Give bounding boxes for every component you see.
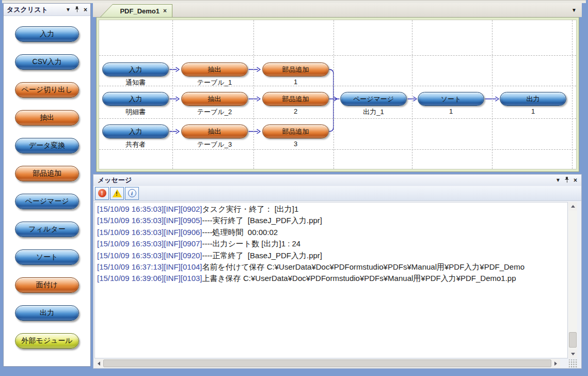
workflow-node-label: テーブル_1: [181, 78, 248, 87]
document-tabbar: PDF_Demo1 × ▼: [93, 3, 582, 17]
workflow-node-6[interactable]: 部品追加: [262, 92, 329, 106]
canvas-gridline: [172, 20, 173, 169]
scroll-right-button[interactable]: [551, 359, 560, 368]
task-button-9[interactable]: ソート: [15, 249, 79, 265]
log-line: [15/10/09 16:37:13][INF][0104]名前を付けて保存 C…: [97, 261, 565, 273]
log-line: [15/10/09 16:35:03][INF][0907]----出力シート数…: [97, 238, 565, 249]
app-window: タスクリスト ▼ × 入力CSV入力ページ切り出し抽出データ変換部品追加ページマ…: [0, 0, 588, 376]
resize-grip[interactable]: [569, 359, 577, 368]
workflow-node-label: テーブル_2: [181, 107, 248, 117]
workflow-node-label: 出力_1: [340, 107, 407, 117]
error-icon: !: [98, 189, 106, 197]
canvas-gridline: [99, 118, 576, 119]
message-filter-toolbar: ! ! i: [93, 186, 581, 201]
workflow-node-label: 共有者: [102, 140, 169, 149]
vertical-scroll-thumb[interactable]: [569, 332, 577, 348]
task-button-11[interactable]: 出力: [15, 305, 79, 321]
workflow-node-9[interactable]: 出力: [500, 92, 566, 106]
workflow-node-11[interactable]: 抽出: [181, 124, 248, 138]
workflow-node-label: 明細書: [102, 107, 169, 117]
log-line: [15/10/09 16:35:03][INF][0902]タスク実行・終了： …: [97, 203, 565, 215]
canvas-gridline: [99, 86, 576, 86]
task-button-5[interactable]: データ変換: [15, 138, 79, 153]
canvas-gridline: [99, 55, 576, 56]
tab-pdf-demo1[interactable]: PDF_Demo1 ×: [100, 4, 172, 17]
log-horizontal-scrollbar[interactable]: [94, 359, 560, 368]
workflow-node-8[interactable]: ソート: [418, 92, 484, 106]
tab-overflow-icon[interactable]: ▼: [571, 7, 577, 13]
canvas-gridline: [99, 149, 576, 150]
close-icon[interactable]: ×: [84, 7, 87, 12]
task-button-4[interactable]: 抽出: [15, 110, 79, 126]
workflow-node-7[interactable]: ページマージ: [340, 92, 407, 106]
log-vertical-scrollbar[interactable]: [568, 202, 577, 358]
canvas-gridline: [572, 20, 573, 169]
log-line: [15/10/09 16:35:03][INF][0920]----正常終了 […: [97, 250, 565, 261]
workflow-node-4[interactable]: 入力: [102, 92, 169, 106]
chevron-down-icon[interactable]: ▼: [555, 178, 561, 183]
workflow-node-label: テーブル_3: [181, 140, 248, 149]
log-line: [15/10/09 16:35:03][INF][0905]----実行終了 […: [97, 215, 565, 226]
task-button-8[interactable]: フィルター: [15, 222, 79, 237]
tab-close-icon[interactable]: ×: [163, 7, 167, 14]
message-title: メッセージ: [98, 176, 132, 185]
message-header: メッセージ ▼ ×: [93, 175, 581, 186]
horizontal-scroll-thumb[interactable]: [103, 359, 551, 367]
workflow-node-1[interactable]: 入力: [102, 62, 169, 76]
workflow-canvas[interactable]: 入力通知書抽出テーブル_1部品追加1入力明細書抽出テーブル_2部品追加2ページマ…: [99, 20, 577, 169]
tasklist-buttons: 入力CSV入力ページ切り出し抽出データ変換部品追加ページマージフィルターソート面…: [4, 17, 90, 361]
task-button-2[interactable]: CSV入力: [15, 54, 79, 70]
log-line: [15/10/09 16:35:03][INF][0906]----処理時間 0…: [97, 227, 565, 238]
tab-label: PDF_Demo1: [120, 7, 160, 15]
task-button-1[interactable]: 入力: [15, 26, 79, 42]
chevron-down-icon[interactable]: ▼: [66, 7, 71, 12]
canvas-gridline: [333, 20, 334, 169]
workflow-node-10[interactable]: 入力: [102, 124, 169, 138]
tasklist-title: タスクリスト: [7, 5, 48, 14]
workflow-canvas-frame: 入力通知書抽出テーブル_1部品追加1入力明細書抽出テーブル_2部品追加2ページマ…: [96, 17, 579, 172]
error-filter-button[interactable]: !: [95, 187, 109, 200]
message-log[interactable]: [15/10/09 16:35:03][INF][0902]タスク実行・終了： …: [94, 202, 568, 358]
canvas-gridline: [253, 20, 254, 169]
workflow-node-label: 通知書: [102, 78, 169, 87]
task-button-7[interactable]: ページマージ: [15, 194, 79, 209]
info-icon: i: [128, 189, 136, 197]
workflow-node-5[interactable]: 抽出: [181, 92, 248, 106]
workflow-node-3[interactable]: 部品追加: [262, 62, 329, 76]
canvas-gridline: [412, 20, 412, 169]
scroll-left-button[interactable]: [94, 359, 103, 368]
tasklist-panel: タスクリスト ▼ × 入力CSV入力ページ切り出し抽出データ変換部品追加ページマ…: [3, 3, 91, 367]
pin-icon[interactable]: [75, 6, 80, 13]
warning-icon: !: [113, 190, 122, 197]
workflow-node-label: 1: [262, 78, 329, 86]
workflow-node-12[interactable]: 部品追加: [262, 124, 329, 138]
task-button-10[interactable]: 面付け: [15, 277, 79, 293]
log-line: [15/10/09 16:39:06][INF][0103]上書き保存 C:¥U…: [97, 273, 565, 284]
workflow-node-label: 3: [262, 140, 329, 148]
pin-icon[interactable]: [565, 177, 569, 184]
message-panel: メッセージ ▼ × ! ! i [15/10/09 16:35:03][INF]…: [93, 174, 582, 369]
workflow-node-2[interactable]: 抽出: [181, 62, 248, 76]
tasklist-header: タスクリスト ▼ ×: [4, 4, 90, 16]
info-filter-button[interactable]: i: [125, 187, 139, 200]
workflow-node-label: 1: [418, 107, 484, 115]
task-button-6[interactable]: 部品追加: [15, 166, 79, 181]
canvas-gridline: [492, 20, 492, 169]
workflow-node-label: 2: [262, 107, 329, 115]
warning-filter-button[interactable]: !: [110, 187, 124, 200]
task-button-12[interactable]: 外部モジュール: [15, 333, 79, 349]
close-icon[interactable]: ×: [574, 178, 577, 183]
task-button-3[interactable]: ページ切り出し: [15, 82, 79, 98]
scroll-up-button[interactable]: [568, 202, 577, 211]
scroll-down-button[interactable]: [568, 350, 577, 358]
workflow-node-label: 1: [500, 107, 566, 115]
